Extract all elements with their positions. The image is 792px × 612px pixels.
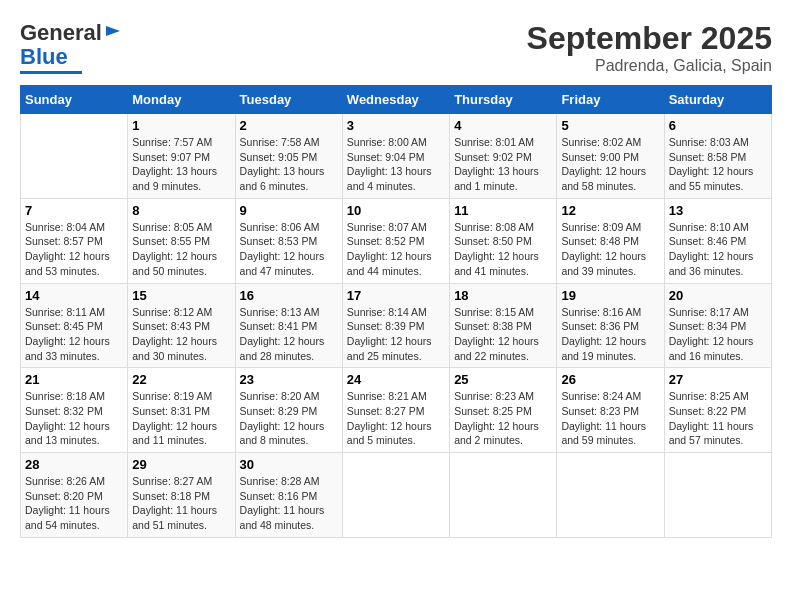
day-info: Sunrise: 8:13 AM Sunset: 8:41 PM Dayligh…: [240, 305, 338, 364]
day-info: Sunrise: 7:58 AM Sunset: 9:05 PM Dayligh…: [240, 135, 338, 194]
day-number: 10: [347, 203, 445, 218]
day-info: Sunrise: 8:05 AM Sunset: 8:55 PM Dayligh…: [132, 220, 230, 279]
logo-arrow-icon: [104, 22, 122, 44]
calendar-cell: 3Sunrise: 8:00 AM Sunset: 9:04 PM Daylig…: [342, 114, 449, 199]
day-number: 14: [25, 288, 123, 303]
day-info: Sunrise: 8:03 AM Sunset: 8:58 PM Dayligh…: [669, 135, 767, 194]
day-info: Sunrise: 8:15 AM Sunset: 8:38 PM Dayligh…: [454, 305, 552, 364]
calendar-cell: 27Sunrise: 8:25 AM Sunset: 8:22 PM Dayli…: [664, 368, 771, 453]
logo: General Blue: [20, 20, 122, 74]
day-number: 20: [669, 288, 767, 303]
calendar-cell: 8Sunrise: 8:05 AM Sunset: 8:55 PM Daylig…: [128, 198, 235, 283]
calendar-cell: 28Sunrise: 8:26 AM Sunset: 8:20 PM Dayli…: [21, 453, 128, 538]
title-block: September 2025 Padrenda, Galicia, Spain: [527, 20, 772, 75]
svg-marker-0: [106, 26, 120, 36]
calendar-title: September 2025: [527, 20, 772, 57]
day-info: Sunrise: 8:01 AM Sunset: 9:02 PM Dayligh…: [454, 135, 552, 194]
header-thursday: Thursday: [450, 86, 557, 114]
calendar-cell: 10Sunrise: 8:07 AM Sunset: 8:52 PM Dayli…: [342, 198, 449, 283]
day-number: 27: [669, 372, 767, 387]
calendar-table: SundayMondayTuesdayWednesdayThursdayFrid…: [20, 85, 772, 538]
day-info: Sunrise: 8:00 AM Sunset: 9:04 PM Dayligh…: [347, 135, 445, 194]
day-info: Sunrise: 8:07 AM Sunset: 8:52 PM Dayligh…: [347, 220, 445, 279]
calendar-cell: 18Sunrise: 8:15 AM Sunset: 8:38 PM Dayli…: [450, 283, 557, 368]
day-number: 9: [240, 203, 338, 218]
calendar-cell: [21, 114, 128, 199]
calendar-header-row: SundayMondayTuesdayWednesdayThursdayFrid…: [21, 86, 772, 114]
logo-text-blue: Blue: [20, 44, 68, 70]
day-number: 23: [240, 372, 338, 387]
day-number: 3: [347, 118, 445, 133]
calendar-cell: [664, 453, 771, 538]
calendar-cell: [557, 453, 664, 538]
header-saturday: Saturday: [664, 86, 771, 114]
day-number: 11: [454, 203, 552, 218]
day-info: Sunrise: 8:21 AM Sunset: 8:27 PM Dayligh…: [347, 389, 445, 448]
week-row-1: 1Sunrise: 7:57 AM Sunset: 9:07 PM Daylig…: [21, 114, 772, 199]
day-number: 24: [347, 372, 445, 387]
calendar-cell: 23Sunrise: 8:20 AM Sunset: 8:29 PM Dayli…: [235, 368, 342, 453]
day-info: Sunrise: 8:16 AM Sunset: 8:36 PM Dayligh…: [561, 305, 659, 364]
day-number: 12: [561, 203, 659, 218]
calendar-cell: 1Sunrise: 7:57 AM Sunset: 9:07 PM Daylig…: [128, 114, 235, 199]
calendar-cell: [450, 453, 557, 538]
day-number: 29: [132, 457, 230, 472]
day-number: 4: [454, 118, 552, 133]
calendar-cell: 22Sunrise: 8:19 AM Sunset: 8:31 PM Dayli…: [128, 368, 235, 453]
day-info: Sunrise: 8:18 AM Sunset: 8:32 PM Dayligh…: [25, 389, 123, 448]
week-row-3: 14Sunrise: 8:11 AM Sunset: 8:45 PM Dayli…: [21, 283, 772, 368]
header-tuesday: Tuesday: [235, 86, 342, 114]
day-info: Sunrise: 7:57 AM Sunset: 9:07 PM Dayligh…: [132, 135, 230, 194]
day-info: Sunrise: 8:10 AM Sunset: 8:46 PM Dayligh…: [669, 220, 767, 279]
calendar-cell: 13Sunrise: 8:10 AM Sunset: 8:46 PM Dayli…: [664, 198, 771, 283]
day-info: Sunrise: 8:02 AM Sunset: 9:00 PM Dayligh…: [561, 135, 659, 194]
header-friday: Friday: [557, 86, 664, 114]
day-info: Sunrise: 8:26 AM Sunset: 8:20 PM Dayligh…: [25, 474, 123, 533]
day-number: 16: [240, 288, 338, 303]
day-number: 26: [561, 372, 659, 387]
day-number: 7: [25, 203, 123, 218]
day-number: 22: [132, 372, 230, 387]
day-info: Sunrise: 8:06 AM Sunset: 8:53 PM Dayligh…: [240, 220, 338, 279]
calendar-cell: 9Sunrise: 8:06 AM Sunset: 8:53 PM Daylig…: [235, 198, 342, 283]
calendar-cell: 17Sunrise: 8:14 AM Sunset: 8:39 PM Dayli…: [342, 283, 449, 368]
day-number: 28: [25, 457, 123, 472]
logo-underline: [20, 71, 82, 74]
day-info: Sunrise: 8:27 AM Sunset: 8:18 PM Dayligh…: [132, 474, 230, 533]
calendar-cell: 2Sunrise: 7:58 AM Sunset: 9:05 PM Daylig…: [235, 114, 342, 199]
calendar-cell: 26Sunrise: 8:24 AM Sunset: 8:23 PM Dayli…: [557, 368, 664, 453]
calendar-cell: 21Sunrise: 8:18 AM Sunset: 8:32 PM Dayli…: [21, 368, 128, 453]
calendar-cell: 14Sunrise: 8:11 AM Sunset: 8:45 PM Dayli…: [21, 283, 128, 368]
day-info: Sunrise: 8:14 AM Sunset: 8:39 PM Dayligh…: [347, 305, 445, 364]
header-sunday: Sunday: [21, 86, 128, 114]
day-info: Sunrise: 8:23 AM Sunset: 8:25 PM Dayligh…: [454, 389, 552, 448]
day-info: Sunrise: 8:08 AM Sunset: 8:50 PM Dayligh…: [454, 220, 552, 279]
calendar-cell: 30Sunrise: 8:28 AM Sunset: 8:16 PM Dayli…: [235, 453, 342, 538]
day-number: 30: [240, 457, 338, 472]
calendar-cell: 25Sunrise: 8:23 AM Sunset: 8:25 PM Dayli…: [450, 368, 557, 453]
calendar-cell: 12Sunrise: 8:09 AM Sunset: 8:48 PM Dayli…: [557, 198, 664, 283]
day-number: 6: [669, 118, 767, 133]
calendar-cell: 29Sunrise: 8:27 AM Sunset: 8:18 PM Dayli…: [128, 453, 235, 538]
day-number: 18: [454, 288, 552, 303]
day-number: 13: [669, 203, 767, 218]
header-wednesday: Wednesday: [342, 86, 449, 114]
day-info: Sunrise: 8:20 AM Sunset: 8:29 PM Dayligh…: [240, 389, 338, 448]
day-info: Sunrise: 8:11 AM Sunset: 8:45 PM Dayligh…: [25, 305, 123, 364]
calendar-cell: 5Sunrise: 8:02 AM Sunset: 9:00 PM Daylig…: [557, 114, 664, 199]
day-info: Sunrise: 8:09 AM Sunset: 8:48 PM Dayligh…: [561, 220, 659, 279]
calendar-cell: [342, 453, 449, 538]
page-header: General Blue September 2025 Padrenda, Ga…: [20, 20, 772, 75]
day-info: Sunrise: 8:12 AM Sunset: 8:43 PM Dayligh…: [132, 305, 230, 364]
calendar-cell: 6Sunrise: 8:03 AM Sunset: 8:58 PM Daylig…: [664, 114, 771, 199]
calendar-cell: 16Sunrise: 8:13 AM Sunset: 8:41 PM Dayli…: [235, 283, 342, 368]
week-row-5: 28Sunrise: 8:26 AM Sunset: 8:20 PM Dayli…: [21, 453, 772, 538]
day-info: Sunrise: 8:19 AM Sunset: 8:31 PM Dayligh…: [132, 389, 230, 448]
day-number: 5: [561, 118, 659, 133]
day-info: Sunrise: 8:24 AM Sunset: 8:23 PM Dayligh…: [561, 389, 659, 448]
day-info: Sunrise: 8:17 AM Sunset: 8:34 PM Dayligh…: [669, 305, 767, 364]
logo-text-general: General: [20, 20, 102, 46]
day-number: 21: [25, 372, 123, 387]
day-number: 19: [561, 288, 659, 303]
week-row-4: 21Sunrise: 8:18 AM Sunset: 8:32 PM Dayli…: [21, 368, 772, 453]
